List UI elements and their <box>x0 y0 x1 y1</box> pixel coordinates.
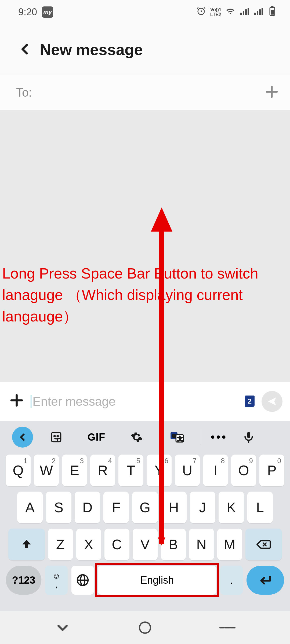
status-bar: 9:20 my Vo))1 LTE2 <box>0 0 290 24</box>
key-g[interactable]: G <box>132 492 158 523</box>
compose-bar: 2 <box>0 382 290 421</box>
language-switch-key[interactable] <box>71 566 94 595</box>
keyboard-settings-button[interactable] <box>117 431 157 443</box>
keyboard-collapse-toolbar-button[interactable] <box>12 427 33 448</box>
svg-rect-8 <box>262 8 263 15</box>
recipient-row[interactable]: To: <box>0 75 290 110</box>
key-u[interactable]: U7 <box>175 455 200 486</box>
annotation-text: Long Press Space Bar Button to switch la… <box>2 263 282 327</box>
keyboard-toolbar: GIF G文 ••• <box>0 422 290 452</box>
message-thread-area: Long Press Space Bar Button to switch la… <box>0 110 290 382</box>
svg-rect-23 <box>247 432 250 438</box>
sim-selector[interactable]: 2 <box>245 396 255 407</box>
nav-home-button[interactable] <box>137 620 153 636</box>
key-b[interactable]: B <box>161 529 186 560</box>
enter-key[interactable] <box>247 566 284 595</box>
app-header: New message <box>0 24 290 75</box>
key-k[interactable]: K <box>219 492 244 523</box>
sticker-button[interactable] <box>36 431 76 443</box>
attach-button[interactable] <box>10 391 24 411</box>
svg-point-18 <box>57 436 58 437</box>
key-d[interactable]: D <box>75 492 100 523</box>
svg-rect-7 <box>259 9 261 15</box>
toolbar-separator <box>200 429 200 445</box>
emoji-key[interactable]: ☺, <box>45 566 68 595</box>
shift-key[interactable] <box>8 529 45 560</box>
key-v[interactable]: V <box>133 529 158 560</box>
key-r[interactable]: R4 <box>90 455 115 486</box>
translate-button[interactable]: G文 <box>157 431 197 443</box>
svg-text:文: 文 <box>177 436 183 442</box>
svg-rect-2 <box>243 11 244 15</box>
system-nav-bar <box>0 611 290 644</box>
nav-hide-keyboard-button[interactable] <box>55 620 71 636</box>
key-e[interactable]: E3 <box>62 455 87 486</box>
key-x[interactable]: X <box>76 529 101 560</box>
alarm-icon <box>196 6 206 18</box>
recipient-label: To: <box>16 86 32 99</box>
key-a[interactable]: A <box>17 492 43 523</box>
svg-point-17 <box>54 436 55 437</box>
back-button[interactable] <box>19 40 32 60</box>
key-m[interactable]: M <box>217 529 242 560</box>
keyboard-more-button[interactable]: ••• <box>203 431 235 444</box>
voice-input-button[interactable] <box>235 431 262 443</box>
backspace-key[interactable] <box>245 529 282 560</box>
spacebar-key[interactable]: English <box>98 566 216 595</box>
key-j[interactable]: J <box>190 492 215 523</box>
svg-rect-1 <box>240 13 242 15</box>
message-input[interactable] <box>31 394 238 409</box>
key-p[interactable]: P0 <box>259 455 284 486</box>
cell-signal-icon-1 <box>240 6 249 18</box>
soft-keyboard: GIF G文 ••• Q1W2E3R4T5Y6U7I8O9P0 ASDFGHJK… <box>0 421 290 611</box>
svg-text:G: G <box>172 433 176 439</box>
key-f[interactable]: F <box>103 492 129 523</box>
svg-rect-16 <box>52 433 61 442</box>
key-l[interactable]: L <box>247 492 273 523</box>
svg-rect-4 <box>248 8 249 15</box>
add-recipient-button[interactable] <box>264 82 279 104</box>
nav-recents-button[interactable] <box>219 620 235 636</box>
status-time: 9:20 <box>18 6 37 18</box>
key-t[interactable]: T5 <box>118 455 143 486</box>
symbols-key[interactable]: ?123 <box>6 566 41 595</box>
period-key[interactable]: . <box>220 566 243 595</box>
key-i[interactable]: I8 <box>203 455 228 486</box>
key-w[interactable]: W2 <box>34 455 59 486</box>
svg-rect-5 <box>254 13 256 15</box>
status-app-badge: my <box>42 6 53 18</box>
key-h[interactable]: H <box>161 492 187 523</box>
key-q[interactable]: Q1 <box>6 455 31 486</box>
key-s[interactable]: S <box>46 492 71 523</box>
key-o[interactable]: O9 <box>231 455 256 486</box>
send-button[interactable] <box>262 391 282 412</box>
svg-rect-11 <box>271 10 274 14</box>
text-cursor <box>31 395 31 408</box>
key-n[interactable]: N <box>189 529 214 560</box>
page-title: New message <box>40 41 143 58</box>
cell-signal-icon-2 <box>253 6 263 18</box>
battery-icon <box>267 6 277 18</box>
svg-rect-10 <box>271 6 274 8</box>
gif-button[interactable]: GIF <box>76 431 117 443</box>
message-input-field[interactable] <box>32 394 238 409</box>
key-c[interactable]: C <box>104 529 129 560</box>
volte-indicator: Vo))1 LTE2 <box>210 7 221 17</box>
svg-rect-6 <box>257 11 258 15</box>
svg-rect-3 <box>245 9 247 15</box>
wifi-icon <box>226 6 235 18</box>
spacebar-language-label: English <box>140 575 174 586</box>
key-z[interactable]: Z <box>48 529 73 560</box>
key-y[interactable]: Y6 <box>147 455 172 486</box>
